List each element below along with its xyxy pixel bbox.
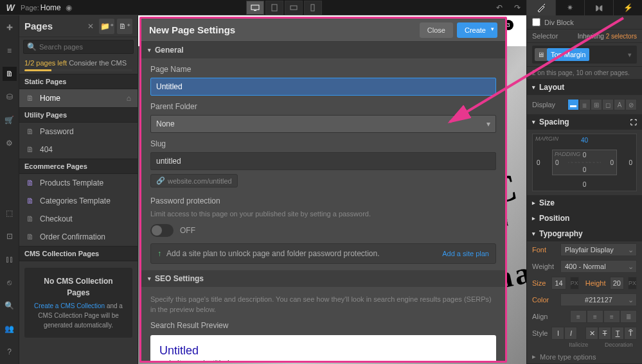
selector-tag[interactable]: Top Margin [547,48,589,61]
page-order-confirmation[interactable]: 🗎Order Confirmation [19,228,138,246]
upsell-bar: ↑ Add a site plan to unlock page and fol… [150,243,496,264]
element-name: Div Block [544,19,574,26]
toggle-state: OFF [180,226,195,235]
tool-2-icon[interactable]: ⊡ [3,229,17,243]
deco-underline[interactable]: T [611,327,624,340]
layout-header[interactable]: ▾Layout [527,80,642,95]
device-tablet-landscape[interactable] [285,1,303,15]
selector-dropdown-icon[interactable]: ▾ [625,51,634,59]
page-404[interactable]: 🗎404 [19,141,138,159]
navigator-icon[interactable]: ≡ [3,44,17,58]
device-tablet[interactable] [265,1,283,15]
inheriting-link[interactable]: 2 selectors [606,33,637,40]
page-checkout[interactable]: 🗎Checkout [19,210,138,228]
display-none[interactable]: ⊘ [625,99,637,110]
search-pages-input[interactable] [23,40,134,54]
margin-bottom-value[interactable]: 0 [583,181,587,188]
align-center[interactable]: ≡ [587,310,603,323]
font-size-unit[interactable]: PX [570,277,579,290]
device-desktop[interactable] [246,1,264,15]
page-name-input[interactable] [150,78,496,96]
tool-3-icon[interactable]: ⫿⫿ [3,252,17,266]
create-cms-link[interactable]: Create a CMS Collection [34,302,105,309]
line-height-unit[interactable]: PX [628,277,637,290]
undo-icon[interactable]: ↶ [492,1,507,15]
spacing-header[interactable]: ▾Spacing⛶ [527,114,642,130]
general-section-header[interactable]: ▾General [141,42,505,58]
deco-none[interactable]: ✕ [585,327,598,340]
seo-section-header[interactable]: ▾SEO Settings [141,270,505,287]
spacing-box[interactable]: MARGIN 40 0 0 0 PADDING 0 0 0 0 [532,134,637,191]
display-grid[interactable]: ⊞ [591,99,602,110]
align-left[interactable]: ≡ [570,310,587,323]
cms-consider[interactable]: Consider the CMS [69,59,127,67]
display-block[interactable]: ▬ [567,99,579,110]
more-type-options[interactable]: ▸More type options [527,350,642,363]
size-header[interactable]: ▸Size [527,195,642,211]
style-tab[interactable] [526,0,555,15]
parent-folder-select[interactable]: None [150,115,496,133]
settings-tab[interactable]: ✷ [555,0,584,15]
page-home[interactable]: 🗎 Home ⌂ [19,89,138,107]
device-mobile[interactable] [304,1,322,15]
close-button[interactable]: Close [420,22,453,38]
search-icon[interactable]: 🔍 [3,299,17,313]
redo-icon[interactable]: ↷ [510,1,525,15]
padding-right-value[interactable]: 0 [610,159,614,166]
padding-top-value[interactable]: 0 [583,152,587,159]
font-size-input[interactable]: 14 [551,277,566,290]
weight-select[interactable]: 400 - Normal [560,260,637,273]
interactions-tab[interactable]: ◗◖ [584,0,613,15]
selector-device-icon[interactable]: 🖥 [535,48,547,61]
align-right[interactable]: ≡ [603,310,620,323]
close-panel-icon[interactable]: ✕ [87,22,94,31]
page-password[interactable]: 🗎Password [19,123,138,141]
ecommerce-icon[interactable]: 🛒 [3,113,17,127]
page-categories-template[interactable]: 🗎Categories Template [19,192,138,210]
div-block-checkbox[interactable] [532,18,540,26]
style-label: Style [532,329,548,337]
cms-icon[interactable]: ⛁ [3,90,17,104]
display-flex[interactable]: ⫼ [579,99,591,110]
new-page-button[interactable]: 🗎⁺ [117,19,132,34]
font-select[interactable]: Playfair Display [560,243,637,256]
new-page-modal: New Page Settings Close Create ▾General … [139,17,507,363]
style-regular[interactable]: I [551,327,564,340]
padding-left-value[interactable]: 0 [555,159,559,166]
preview-icon[interactable]: ◉ [61,1,76,15]
audit-icon[interactable]: ⎋ [3,275,17,290]
current-page-name[interactable]: Home [40,3,61,12]
add-site-plan-link[interactable]: Add a site plan [442,250,489,257]
slug-input[interactable] [150,152,496,170]
page-products-template[interactable]: 🗎Products Template [19,174,138,192]
add-element-icon[interactable]: ✚ [3,21,17,35]
margin-top-value[interactable]: 40 [581,137,588,144]
display-inline-block[interactable]: ◻ [602,99,614,110]
deco-strike[interactable]: T [598,327,611,340]
webflow-logo[interactable]: W [4,1,17,14]
new-folder-button[interactable]: 📁⁺ [99,19,114,34]
align-justify[interactable]: ≣ [620,310,637,323]
style-italic[interactable]: I [564,327,577,340]
password-toggle[interactable] [150,224,174,237]
typography-header[interactable]: ▾Typography [527,226,642,241]
svg-rect-4 [311,4,314,11]
color-input[interactable]: #212127 [560,293,637,306]
users-icon[interactable]: 👥 [3,322,17,336]
serp-label: Search Result Preview [150,321,496,330]
create-button[interactable]: Create [457,22,497,38]
margin-right-value[interactable]: 0 [629,159,632,166]
assets-icon[interactable]: ⚙ [3,136,17,150]
margin-left-value[interactable]: 0 [537,159,540,166]
position-header[interactable]: ▸Position [527,211,642,226]
expand-icon[interactable]: ⛶ [630,119,637,126]
display-inline[interactable]: A [614,99,625,110]
deco-overline[interactable]: T̄ [624,327,637,340]
home-indicator-icon: ⌂ [127,94,131,103]
tool-1-icon[interactable]: ⬚ [3,206,17,220]
line-height-input[interactable]: 20 [610,277,624,290]
pages-icon[interactable]: 🗎 [3,67,17,81]
help-icon[interactable]: ? [3,345,17,359]
padding-bottom-value[interactable]: 0 [583,166,587,173]
effects-tab[interactable]: ⚡ [613,0,642,15]
